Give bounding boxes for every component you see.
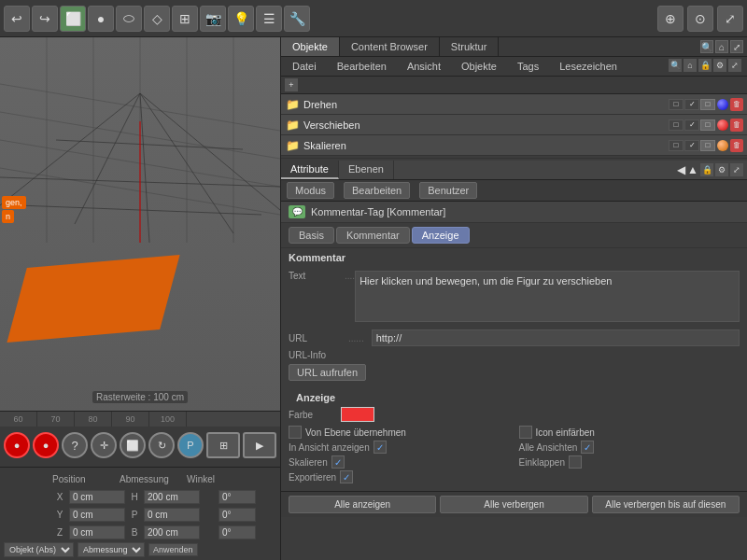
pos-x-input[interactable] [69, 490, 125, 504]
gear-icon[interactable]: ⚙ [713, 59, 726, 72]
undo-icon[interactable]: ↩ [4, 6, 30, 32]
nav-icon[interactable]: ⊕ [657, 6, 684, 32]
win-p-input[interactable] [218, 508, 256, 522]
zoom-icon[interactable]: ⊙ [687, 6, 713, 32]
object-skalieren-row[interactable]: 📁 Skalieren □ ✓ □ 🗑 [281, 135, 747, 156]
attr-bearbeiten-btn[interactable]: Bearbeiten [344, 182, 410, 199]
checkbox-exportieren-box[interactable] [340, 470, 353, 483]
skal-ctrl3[interactable]: □ [700, 140, 715, 151]
move-tool-btn[interactable]: ✛ [91, 432, 117, 458]
abm-y-input[interactable] [144, 508, 200, 522]
attr-benutzer-btn[interactable]: Benutzer [419, 182, 477, 199]
shape-icon[interactable]: ◇ [144, 6, 170, 32]
more1-icon[interactable]: ☰ [256, 6, 282, 32]
checkbox-einklappen-box[interactable] [569, 455, 582, 469]
expand-icon[interactable]: ⤢ [730, 40, 743, 53]
kommentar-textarea[interactable]: Hier klicken und bewegen, um die Figur z… [355, 271, 740, 322]
anim-btn[interactable]: ▶ [243, 432, 276, 458]
drehen-ctrl3[interactable]: □ [700, 99, 715, 110]
drehen-tag[interactable]: 🗑 [730, 98, 743, 111]
help-btn[interactable]: ? [62, 432, 88, 458]
menu-objekte[interactable]: Objekte [456, 59, 502, 74]
light-icon[interactable]: 💡 [228, 6, 254, 32]
expand-icon[interactable]: ⤢ [717, 6, 743, 32]
farbe-swatch[interactable] [341, 407, 374, 422]
camera-icon[interactable]: 📷 [200, 6, 226, 32]
expand3-icon[interactable]: ⤢ [730, 163, 743, 176]
vers-ctrl3[interactable]: □ [700, 119, 715, 131]
drehen-ctrl1[interactable]: □ [669, 99, 684, 110]
checkbox-skalieren-box[interactable] [331, 455, 345, 469]
redo-icon[interactable]: ↪ [32, 6, 58, 32]
arrow-up-icon[interactable]: ▲ [687, 163, 698, 176]
menu-ansicht[interactable]: Ansicht [402, 59, 446, 74]
skal-ctrl2[interactable]: ✓ [684, 140, 699, 151]
skal-ctrl1[interactable]: □ [669, 140, 684, 151]
attr-tab-ebenen[interactable]: Ebenen [339, 161, 394, 179]
menu-lesezeichen[interactable]: Lesezeichen [554, 59, 623, 74]
rotate-btn[interactable]: ↻ [148, 432, 175, 458]
checkbox-alle-ansichten-box[interactable] [581, 441, 594, 454]
select-btn[interactable]: ⬜ [120, 432, 146, 458]
tab-objekte[interactable]: Objekte [281, 37, 340, 56]
home-icon[interactable]: ⌂ [715, 40, 728, 53]
tab-struktur[interactable]: Struktur [440, 37, 500, 56]
right-panel: Objekte Content Browser Struktur 🔍 ⌂ ⤢ D… [280, 37, 747, 560]
grid-icon[interactable]: ⊞ [172, 6, 198, 32]
win-b-input[interactable] [218, 525, 256, 539]
alle-verbergen-bis-btn[interactable]: Alle verbergen bis auf diesen [592, 496, 740, 513]
menu-datei[interactable]: Datei [287, 59, 322, 74]
object-verschieben-row[interactable]: 📁 Verschieben □ ✓ □ 🗑 [281, 115, 747, 135]
checkbox-exportieren: Exportieren [289, 470, 510, 483]
win-h-input[interactable] [218, 490, 256, 504]
skalieren-tag[interactable]: 🗑 [730, 139, 743, 152]
search-icon[interactable]: 🔍 [700, 40, 713, 53]
abmessung-select[interactable]: Abmessung [78, 542, 145, 557]
inner-tab-kommentar[interactable]: Kommentar [336, 227, 410, 244]
play-record2-btn[interactable]: ● [33, 432, 59, 458]
objekt-abs-select[interactable]: Objekt (Abs) [4, 542, 74, 557]
home2-icon[interactable]: ⌂ [684, 59, 697, 72]
attr-tab-attribute[interactable]: Attribute [281, 161, 339, 179]
drehen-ctrl2[interactable]: ✓ [684, 99, 699, 110]
pos-z-input[interactable] [69, 525, 125, 539]
alle-anzeigen-btn[interactable]: Alle anzeigen [289, 496, 436, 513]
obj-add-icon[interactable]: + [285, 78, 298, 91]
anzeige-section: Anzeige Farbe Von Ebene übernehmen Icon … [281, 385, 747, 491]
verschieben-tag[interactable]: 🗑 [730, 119, 743, 132]
url-input[interactable] [372, 329, 740, 346]
lock2-icon[interactable]: 🔒 [700, 163, 713, 176]
checkbox-in-ansicht-box[interactable] [374, 441, 387, 454]
anwenden-button[interactable]: Anwenden [148, 543, 198, 556]
abm-z-input[interactable] [144, 525, 200, 539]
url-aufrufen-btn[interactable]: URL aufrufen [289, 364, 366, 381]
menu-bearbeiten[interactable]: Bearbeiten [331, 59, 392, 74]
tl-num-90: 90 [112, 412, 149, 427]
viewport[interactable]: gen, n Rasterweite : 100 cm [0, 37, 280, 411]
inner-tab-basis[interactable]: Basis [289, 227, 334, 244]
checkbox-icon-einfarben-box[interactable] [519, 426, 532, 439]
sphere-icon[interactable]: ● [88, 6, 114, 32]
inner-tab-anzeige[interactable]: Anzeige [412, 227, 470, 244]
vers-ctrl2[interactable]: ✓ [684, 119, 699, 131]
gear2-icon[interactable]: ⚙ [715, 163, 728, 176]
pos-y-input[interactable] [69, 508, 125, 522]
alle-verbergen-btn[interactable]: Alle verbergen [440, 496, 587, 513]
play-record-btn[interactable]: ● [4, 432, 30, 458]
tab-content-browser[interactable]: Content Browser [340, 37, 440, 56]
cylinder-icon[interactable]: ⬭ [116, 6, 142, 32]
more2-icon[interactable]: 🔧 [284, 6, 310, 32]
expand2-icon[interactable]: ⤢ [728, 59, 741, 72]
render-btn[interactable]: ⊞ [206, 432, 240, 458]
search2-icon[interactable]: 🔍 [669, 59, 682, 72]
vers-ctrl1[interactable]: □ [669, 119, 684, 131]
abm-x-input[interactable] [144, 490, 200, 504]
scale-btn[interactable]: P [177, 432, 204, 458]
cube-icon[interactable]: ⬜ [60, 6, 86, 32]
menu-tags[interactable]: Tags [512, 59, 544, 74]
arrow-left-icon[interactable]: ◀ [677, 163, 685, 176]
attr-modus-btn[interactable]: Modus [287, 182, 334, 199]
object-drehen-row[interactable]: 📁 Drehen □ ✓ □ 🗑 [281, 94, 747, 115]
lock-icon[interactable]: 🔒 [698, 59, 712, 72]
checkbox-von-ebene-box[interactable] [289, 426, 302, 439]
